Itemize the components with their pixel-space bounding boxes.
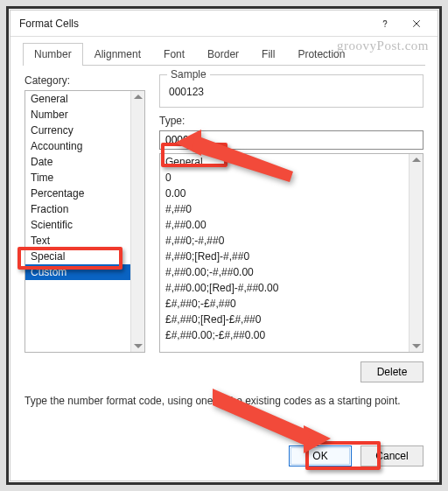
category-item[interactable]: Text xyxy=(25,233,130,249)
category-item[interactable]: Scientific xyxy=(25,217,130,233)
tab-border[interactable]: Border xyxy=(196,43,250,66)
sample-value: 000123 xyxy=(169,81,414,98)
tabstrip: NumberAlignmentFontBorderFillProtection xyxy=(10,37,438,65)
category-scrollbar[interactable] xyxy=(130,91,144,352)
category-item[interactable]: Number xyxy=(25,107,130,123)
category-item[interactable]: Special xyxy=(25,249,130,264)
format-item[interactable]: £#,##0;-£#,##0 xyxy=(160,296,409,312)
category-item[interactable]: Percentage xyxy=(25,186,130,201)
tab-number[interactable]: Number xyxy=(23,43,83,66)
category-label: Category: xyxy=(24,74,145,87)
format-item[interactable]: #,##0;-#,##0 xyxy=(160,233,409,249)
type-label: Type: xyxy=(159,115,424,127)
format-item[interactable]: £#,##0;[Red]-£#,##0 xyxy=(160,312,409,327)
close-button[interactable] xyxy=(401,12,432,35)
window-title: Format Cells xyxy=(19,18,369,30)
category-item[interactable]: Fraction xyxy=(25,201,130,217)
tab-number-content: Category: GeneralNumberCurrencyAccountin… xyxy=(10,66,438,433)
tab-font[interactable]: Font xyxy=(152,43,196,66)
delete-button[interactable]: Delete xyxy=(360,361,424,382)
tab-alignment[interactable]: Alignment xyxy=(83,43,152,66)
format-cells-dialog: Format Cells NumberAlignmentFontBorderFi… xyxy=(10,11,438,480)
tab-fill[interactable]: Fill xyxy=(250,43,286,66)
help-icon xyxy=(380,18,390,29)
format-item[interactable]: #,##0.00 xyxy=(160,217,409,233)
format-item[interactable]: 0 xyxy=(160,170,409,186)
category-item[interactable]: General xyxy=(25,91,130,107)
format-scrollbar[interactable] xyxy=(409,154,423,352)
format-item[interactable]: #,##0;[Red]-#,##0 xyxy=(160,249,409,264)
svg-point-0 xyxy=(384,25,385,26)
format-item[interactable]: £#,##0.00;-£#,##0.00 xyxy=(160,327,409,343)
sample-label: Sample xyxy=(167,68,210,81)
category-item[interactable]: Date xyxy=(25,154,130,170)
format-item[interactable]: #,##0.00;-#,##0.00 xyxy=(160,264,409,280)
format-item[interactable]: #,##0 xyxy=(160,201,409,217)
format-listbox[interactable]: General00.00#,##0#,##0.00#,##0;-#,##0#,#… xyxy=(159,153,424,353)
titlebar: Format Cells xyxy=(10,11,438,37)
category-listbox[interactable]: GeneralNumberCurrencyAccountingDateTimeP… xyxy=(24,90,145,353)
format-item[interactable]: 0.00 xyxy=(160,186,409,201)
category-item[interactable]: Currency xyxy=(25,123,130,138)
format-item[interactable]: General xyxy=(160,154,409,170)
ok-button[interactable]: OK xyxy=(289,445,352,466)
category-item[interactable]: Accounting xyxy=(25,138,130,154)
cancel-button[interactable]: Cancel xyxy=(360,445,424,466)
type-input[interactable] xyxy=(159,130,424,150)
category-item[interactable]: Custom xyxy=(25,264,130,280)
tab-protection[interactable]: Protection xyxy=(286,43,356,66)
close-icon xyxy=(411,18,422,29)
dialog-footer: OK Cancel xyxy=(10,433,438,480)
sample-group: Sample 000123 xyxy=(159,74,424,108)
format-item[interactable]: #,##0.00;[Red]-#,##0.00 xyxy=(160,280,409,296)
help-button[interactable] xyxy=(369,12,401,35)
hint-text: Type the number format code, using one o… xyxy=(24,395,424,407)
category-item[interactable]: Time xyxy=(25,170,130,186)
